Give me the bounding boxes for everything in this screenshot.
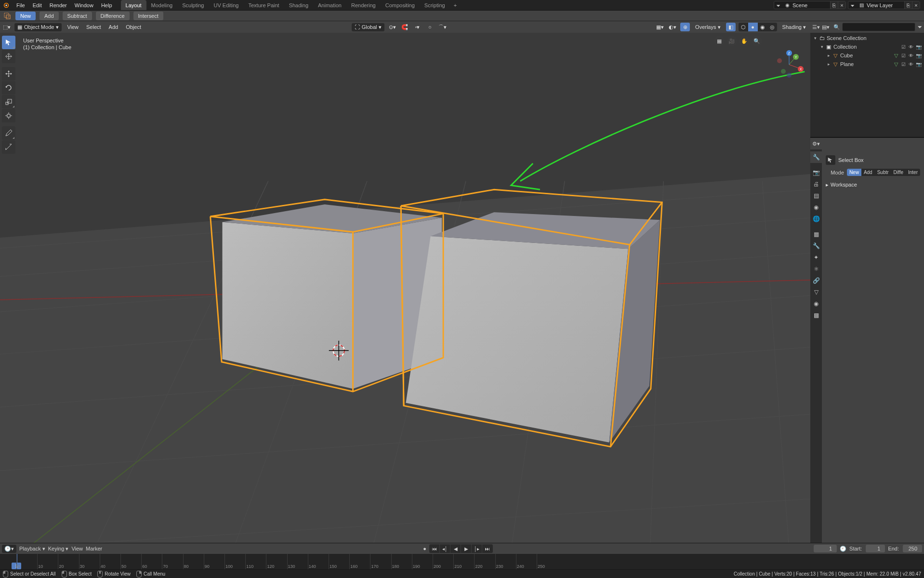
tl-menu-keying[interactable]: Keying ▾: [48, 546, 69, 552]
nav-pan-icon[interactable]: ✋: [739, 36, 750, 46]
workspace-tab-compositing[interactable]: Compositing: [381, 0, 420, 10]
play-reverse-icon[interactable]: ◀: [450, 544, 461, 553]
snap-dropdown[interactable]: ▫▾: [412, 23, 422, 31]
tl-menu-playback[interactable]: Playback ▾: [19, 546, 45, 552]
exclude-checkbox-icon[interactable]: ☑: [900, 62, 907, 67]
shading-solid[interactable]: ●: [748, 23, 758, 31]
outliner-search-input[interactable]: [842, 23, 915, 31]
props-tab-world[interactable]: 🌐: [810, 213, 822, 225]
mode-diffe[interactable]: Diffe: [891, 169, 906, 176]
disable-render-icon[interactable]: 📷: [915, 53, 922, 58]
auto-keying-toggle[interactable]: ●: [423, 546, 426, 551]
properties-editor-icon[interactable]: ⚙▾: [812, 141, 821, 147]
booltool-icon[interactable]: [3, 13, 12, 19]
viewlayer-delete-button[interactable]: ×: [912, 1, 920, 9]
3d-viewport[interactable]: User Perspective (1) Collection | Cube ▦…: [0, 33, 810, 543]
blender-logo-icon[interactable]: [1, 0, 11, 10]
booltool-intersect-button[interactable]: Intersect: [133, 12, 163, 20]
nav-zoom-icon[interactable]: ▦: [714, 36, 725, 46]
props-tab-material[interactable]: ◉: [810, 298, 822, 309]
props-tab-constraints[interactable]: 🔗: [810, 275, 822, 286]
proportional-dropdown[interactable]: ⌒▾: [437, 23, 447, 31]
props-tab-object[interactable]: ▦: [810, 229, 822, 240]
outliner-editor-icon[interactable]: ☰▾: [812, 24, 820, 30]
workspace-panel-header[interactable]: ▸Workspace: [826, 180, 920, 190]
props-tab-modifiers[interactable]: 🔧: [810, 240, 822, 252]
hide-viewport-icon[interactable]: 👁: [908, 44, 914, 50]
timeline-track[interactable]: 1 01020304050607080901001101201301401501…: [2, 554, 922, 569]
booltool-difference-button[interactable]: Difference: [96, 12, 130, 20]
hide-viewport-icon[interactable]: 👁: [908, 53, 914, 58]
workspace-tab-scripting[interactable]: Scripting: [420, 0, 450, 10]
workspace-tab-layout[interactable]: Layout: [121, 0, 146, 10]
menu-file[interactable]: File: [13, 0, 29, 10]
scene-selector[interactable]: 🞃 ◉ ⎘ ×: [774, 1, 846, 9]
workspace-tab-uvediting[interactable]: UV Editing: [209, 0, 243, 10]
n-panel-toggle[interactable]: [805, 33, 810, 543]
pivot-point-dropdown[interactable]: ⊙▾: [387, 23, 397, 31]
tool-transform[interactable]: [2, 109, 15, 122]
props-tab-data[interactable]: ▽: [810, 286, 822, 298]
shading-dropdown[interactable]: Shading ▾: [780, 23, 808, 31]
props-tab-output[interactable]: 🖨: [810, 178, 822, 190]
props-tab-render[interactable]: 📷: [810, 167, 822, 178]
tool-annotate[interactable]: [2, 126, 15, 140]
mode-inter[interactable]: Inter: [906, 169, 920, 176]
props-tab-viewlayer[interactable]: ▤: [810, 190, 822, 202]
vp-menu-view[interactable]: View: [65, 23, 81, 31]
booltool-subtract-button[interactable]: Subtract: [63, 12, 92, 20]
start-frame-field[interactable]: 1: [866, 545, 885, 552]
scene-browse-icon[interactable]: 🞃: [774, 2, 783, 8]
outliner-filter-icon[interactable]: ⏷: [917, 24, 923, 30]
viewlayer-browse-icon[interactable]: 🞃: [848, 2, 857, 8]
exclude-checkbox-icon[interactable]: ☑: [900, 44, 907, 50]
overlays-toggle[interactable]: ⊕: [680, 23, 690, 31]
vp-menu-add[interactable]: Add: [106, 23, 121, 31]
editor-type-icon[interactable]: ⬚▾: [2, 23, 12, 31]
gizmo-dropdown[interactable]: ◐▾: [668, 23, 677, 31]
jump-to-end-icon[interactable]: ⏭: [482, 544, 493, 553]
props-tab-tool[interactable]: 🔧: [810, 151, 822, 163]
current-frame-field[interactable]: 1: [814, 545, 837, 552]
workspace-tab-sculpting[interactable]: Sculpting: [177, 0, 209, 10]
hide-viewport-icon[interactable]: 👁: [908, 62, 914, 67]
scene-new-button[interactable]: ⎘: [830, 1, 838, 9]
tl-menu-marker[interactable]: Marker: [86, 546, 102, 551]
proportional-edit-toggle[interactable]: ○: [425, 23, 435, 31]
tree-scene-collection[interactable]: ▾🗀 Scene Collection: [810, 34, 924, 42]
keyframe-next-icon[interactable]: │▸: [472, 544, 482, 553]
tree-collection[interactable]: ▾ ▣ Collection ☑👁📷: [810, 42, 924, 51]
workspace-tab-rendering[interactable]: Rendering: [346, 0, 381, 10]
props-tab-texture[interactable]: ▩: [810, 309, 822, 321]
props-tab-particles[interactable]: ✦: [810, 252, 822, 263]
props-tab-physics[interactable]: ⚛: [810, 263, 822, 275]
workspace-tab-shading[interactable]: Shading: [284, 0, 313, 10]
play-icon[interactable]: ▶: [461, 544, 472, 553]
xray-toggle[interactable]: ◧: [726, 23, 736, 31]
booltool-add-button[interactable]: Add: [40, 12, 59, 20]
transform-orientation[interactable]: ⛶ Global ▾: [352, 23, 385, 31]
scene-name-input[interactable]: [792, 2, 830, 8]
scene-delete-button[interactable]: ×: [838, 1, 845, 9]
menu-window[interactable]: Window: [71, 0, 97, 10]
tool-measure[interactable]: [2, 140, 15, 154]
viewlayer-new-button[interactable]: ⎘: [904, 1, 912, 9]
object-visibility-dropdown[interactable]: ▦▾: [655, 23, 665, 31]
tool-cursor[interactable]: [2, 50, 15, 63]
overlays-dropdown[interactable]: Overlays ▾: [693, 23, 723, 31]
shading-rendered[interactable]: ◎: [767, 23, 777, 31]
mode-selector[interactable]: ▦ Object Mode ▾: [14, 23, 62, 31]
keyframe-prev-icon[interactable]: ◂│: [440, 544, 450, 553]
axis-gizmo[interactable]: X Y Z: [775, 50, 804, 79]
nav-zoom-lens-icon[interactable]: 🔍: [752, 36, 762, 46]
vp-menu-object[interactable]: Object: [123, 23, 144, 31]
workspace-add-button[interactable]: +: [450, 0, 461, 10]
jump-to-start-icon[interactable]: ⏮: [429, 544, 440, 553]
menu-help[interactable]: Help: [97, 0, 116, 10]
shading-lookdev[interactable]: ◉: [758, 23, 767, 31]
mode-subtr[interactable]: Subtr: [875, 169, 891, 176]
menu-edit[interactable]: Edit: [29, 0, 46, 10]
props-tab-scene[interactable]: ◉: [810, 202, 822, 213]
tool-scale[interactable]: [2, 95, 15, 108]
vp-menu-select[interactable]: Select: [84, 23, 104, 31]
